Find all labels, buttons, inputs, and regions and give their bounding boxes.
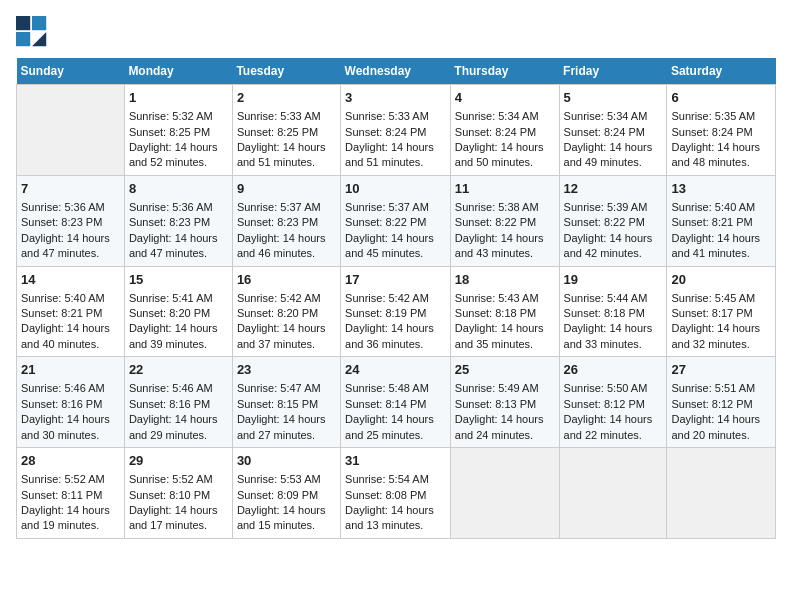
daylight-text: Daylight: 14 hours and 29 minutes. [129, 413, 218, 440]
sunrise-text: Sunrise: 5:37 AM [237, 201, 321, 213]
sunset-text: Sunset: 8:25 PM [237, 126, 318, 138]
daylight-text: Daylight: 14 hours and 20 minutes. [671, 413, 760, 440]
header-sunday: Sunday [17, 58, 125, 85]
day-cell: 30Sunrise: 5:53 AMSunset: 8:09 PMDayligh… [232, 448, 340, 539]
day-cell: 25Sunrise: 5:49 AMSunset: 8:13 PMDayligh… [450, 357, 559, 448]
sunset-text: Sunset: 8:08 PM [345, 489, 426, 501]
calendar-table: SundayMondayTuesdayWednesdayThursdayFrid… [16, 58, 776, 539]
sunset-text: Sunset: 8:21 PM [671, 216, 752, 228]
day-number: 17 [345, 271, 446, 289]
sunset-text: Sunset: 8:09 PM [237, 489, 318, 501]
daylight-text: Daylight: 14 hours and 22 minutes. [564, 413, 653, 440]
header-thursday: Thursday [450, 58, 559, 85]
day-number: 2 [237, 89, 336, 107]
sunrise-text: Sunrise: 5:47 AM [237, 382, 321, 394]
day-cell: 5Sunrise: 5:34 AMSunset: 8:24 PMDaylight… [559, 85, 667, 176]
day-cell: 31Sunrise: 5:54 AMSunset: 8:08 PMDayligh… [341, 448, 451, 539]
day-cell: 1Sunrise: 5:32 AMSunset: 8:25 PMDaylight… [124, 85, 232, 176]
sunrise-text: Sunrise: 5:41 AM [129, 292, 213, 304]
sunrise-text: Sunrise: 5:33 AM [345, 110, 429, 122]
day-number: 24 [345, 361, 446, 379]
sunrise-text: Sunrise: 5:36 AM [129, 201, 213, 213]
day-number: 16 [237, 271, 336, 289]
sunset-text: Sunset: 8:23 PM [237, 216, 318, 228]
day-cell: 14Sunrise: 5:40 AMSunset: 8:21 PMDayligh… [17, 266, 125, 357]
sunrise-text: Sunrise: 5:43 AM [455, 292, 539, 304]
day-cell: 28Sunrise: 5:52 AMSunset: 8:11 PMDayligh… [17, 448, 125, 539]
day-number: 30 [237, 452, 336, 470]
daylight-text: Daylight: 14 hours and 52 minutes. [129, 141, 218, 168]
daylight-text: Daylight: 14 hours and 51 minutes. [345, 141, 434, 168]
week-row-3: 14Sunrise: 5:40 AMSunset: 8:21 PMDayligh… [17, 266, 776, 357]
calendar-header-row: SundayMondayTuesdayWednesdayThursdayFrid… [17, 58, 776, 85]
day-number: 6 [671, 89, 771, 107]
sunrise-text: Sunrise: 5:46 AM [129, 382, 213, 394]
logo-icon [16, 16, 48, 48]
sunrise-text: Sunrise: 5:48 AM [345, 382, 429, 394]
day-cell: 29Sunrise: 5:52 AMSunset: 8:10 PMDayligh… [124, 448, 232, 539]
sunset-text: Sunset: 8:21 PM [21, 307, 102, 319]
day-cell [667, 448, 776, 539]
sunrise-text: Sunrise: 5:37 AM [345, 201, 429, 213]
sunset-text: Sunset: 8:18 PM [564, 307, 645, 319]
daylight-text: Daylight: 14 hours and 46 minutes. [237, 232, 326, 259]
day-cell [17, 85, 125, 176]
sunset-text: Sunset: 8:24 PM [671, 126, 752, 138]
sunset-text: Sunset: 8:13 PM [455, 398, 536, 410]
sunrise-text: Sunrise: 5:34 AM [564, 110, 648, 122]
daylight-text: Daylight: 14 hours and 36 minutes. [345, 322, 434, 349]
sunrise-text: Sunrise: 5:49 AM [455, 382, 539, 394]
daylight-text: Daylight: 14 hours and 15 minutes. [237, 504, 326, 531]
daylight-text: Daylight: 14 hours and 47 minutes. [129, 232, 218, 259]
day-number: 28 [21, 452, 120, 470]
daylight-text: Daylight: 14 hours and 37 minutes. [237, 322, 326, 349]
sunset-text: Sunset: 8:16 PM [129, 398, 210, 410]
sunrise-text: Sunrise: 5:45 AM [671, 292, 755, 304]
daylight-text: Daylight: 14 hours and 27 minutes. [237, 413, 326, 440]
day-cell: 6Sunrise: 5:35 AMSunset: 8:24 PMDaylight… [667, 85, 776, 176]
day-number: 25 [455, 361, 555, 379]
sunrise-text: Sunrise: 5:32 AM [129, 110, 213, 122]
day-number: 10 [345, 180, 446, 198]
day-cell: 11Sunrise: 5:38 AMSunset: 8:22 PMDayligh… [450, 175, 559, 266]
header-wednesday: Wednesday [341, 58, 451, 85]
sunset-text: Sunset: 8:18 PM [455, 307, 536, 319]
daylight-text: Daylight: 14 hours and 48 minutes. [671, 141, 760, 168]
sunrise-text: Sunrise: 5:46 AM [21, 382, 105, 394]
daylight-text: Daylight: 14 hours and 51 minutes. [237, 141, 326, 168]
week-row-4: 21Sunrise: 5:46 AMSunset: 8:16 PMDayligh… [17, 357, 776, 448]
daylight-text: Daylight: 14 hours and 39 minutes. [129, 322, 218, 349]
logo [16, 16, 52, 48]
daylight-text: Daylight: 14 hours and 13 minutes. [345, 504, 434, 531]
day-cell: 9Sunrise: 5:37 AMSunset: 8:23 PMDaylight… [232, 175, 340, 266]
day-cell: 17Sunrise: 5:42 AMSunset: 8:19 PMDayligh… [341, 266, 451, 357]
daylight-text: Daylight: 14 hours and 32 minutes. [671, 322, 760, 349]
day-number: 7 [21, 180, 120, 198]
svg-rect-1 [32, 16, 46, 30]
sunrise-text: Sunrise: 5:40 AM [21, 292, 105, 304]
day-cell: 16Sunrise: 5:42 AMSunset: 8:20 PMDayligh… [232, 266, 340, 357]
sunset-text: Sunset: 8:15 PM [237, 398, 318, 410]
daylight-text: Daylight: 14 hours and 19 minutes. [21, 504, 110, 531]
sunset-text: Sunset: 8:22 PM [345, 216, 426, 228]
sunset-text: Sunset: 8:20 PM [237, 307, 318, 319]
sunrise-text: Sunrise: 5:54 AM [345, 473, 429, 485]
week-row-1: 1Sunrise: 5:32 AMSunset: 8:25 PMDaylight… [17, 85, 776, 176]
day-cell: 27Sunrise: 5:51 AMSunset: 8:12 PMDayligh… [667, 357, 776, 448]
sunrise-text: Sunrise: 5:52 AM [21, 473, 105, 485]
day-cell: 15Sunrise: 5:41 AMSunset: 8:20 PMDayligh… [124, 266, 232, 357]
sunrise-text: Sunrise: 5:38 AM [455, 201, 539, 213]
daylight-text: Daylight: 14 hours and 24 minutes. [455, 413, 544, 440]
sunset-text: Sunset: 8:17 PM [671, 307, 752, 319]
header-friday: Friday [559, 58, 667, 85]
daylight-text: Daylight: 14 hours and 25 minutes. [345, 413, 434, 440]
sunset-text: Sunset: 8:25 PM [129, 126, 210, 138]
sunset-text: Sunset: 8:23 PM [129, 216, 210, 228]
sunrise-text: Sunrise: 5:42 AM [345, 292, 429, 304]
day-number: 14 [21, 271, 120, 289]
sunset-text: Sunset: 8:19 PM [345, 307, 426, 319]
daylight-text: Daylight: 14 hours and 42 minutes. [564, 232, 653, 259]
day-cell: 22Sunrise: 5:46 AMSunset: 8:16 PMDayligh… [124, 357, 232, 448]
day-number: 20 [671, 271, 771, 289]
calendar-body: 1Sunrise: 5:32 AMSunset: 8:25 PMDaylight… [17, 85, 776, 539]
